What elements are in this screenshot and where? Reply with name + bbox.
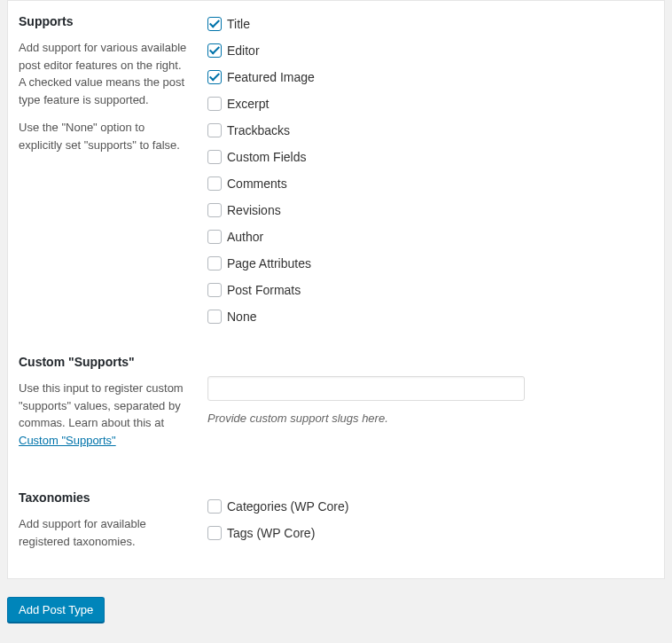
supports-option-label[interactable]: Editor <box>227 43 260 58</box>
supports-desc-1: Add support for various available post e… <box>19 39 190 108</box>
taxonomies-title: Taxonomies <box>19 490 190 505</box>
supports-option-label[interactable]: Trackbacks <box>227 123 290 137</box>
supports-option-checkbox[interactable] <box>207 203 222 217</box>
row-custom-supports: Custom "Supports" Use this input to regi… <box>8 351 664 477</box>
supports-option-row: Comments <box>207 174 655 193</box>
supports-option-checkbox[interactable] <box>207 283 222 297</box>
supports-option-checkbox[interactable] <box>207 176 222 191</box>
taxonomies-description: Add support for available registered tax… <box>19 515 190 550</box>
supports-option-checkbox[interactable] <box>207 256 222 271</box>
taxonomy-option-row: Categories (WP Core) <box>207 497 655 516</box>
row-taxonomies: Taxonomies Add support for available reg… <box>8 477 664 578</box>
taxonomy-option-row: Tags (WP Core) <box>207 523 655 543</box>
row-supports: Supports Add support for various availab… <box>8 1 664 351</box>
supports-option-label[interactable]: Title <box>227 17 250 31</box>
supports-option-label[interactable]: Post Formats <box>227 283 301 297</box>
supports-option-label[interactable]: Author <box>227 230 263 244</box>
supports-option-row: Excerpt <box>207 94 655 114</box>
custom-supports-helper: Provide custom support slugs here. <box>207 412 655 425</box>
supports-option-label[interactable]: Page Attributes <box>227 256 311 271</box>
supports-option-checkbox[interactable] <box>207 123 222 137</box>
supports-option-checkbox[interactable] <box>207 17 222 31</box>
supports-option-row: Page Attributes <box>207 254 655 273</box>
custom-supports-title: Custom "Supports" <box>19 355 190 369</box>
supports-option-label[interactable]: Comments <box>227 176 287 191</box>
supports-option-row: Custom Fields <box>207 147 655 167</box>
supports-option-row: Trackbacks <box>207 121 655 140</box>
supports-desc-2: Use the "None" option to explicitly set … <box>19 119 190 153</box>
taxonomy-option-label[interactable]: Tags (WP Core) <box>227 526 315 540</box>
supports-option-label[interactable]: Featured Image <box>227 70 315 84</box>
custom-supports-desc-text: Use this input to register custom "suppo… <box>19 381 184 429</box>
custom-supports-input[interactable] <box>207 376 525 401</box>
settings-panel: Supports Add support for various availab… <box>7 0 665 579</box>
taxonomies-checkbox-list: Categories (WP Core)Tags (WP Core) <box>207 497 655 543</box>
supports-option-checkbox[interactable] <box>207 230 222 244</box>
supports-option-row: Editor <box>207 41 655 60</box>
supports-option-label[interactable]: None <box>227 310 256 324</box>
supports-option-checkbox[interactable] <box>207 97 222 111</box>
taxonomy-option-label[interactable]: Categories (WP Core) <box>227 499 348 514</box>
supports-title: Supports <box>19 14 190 28</box>
add-post-type-button[interactable]: Add Post Type <box>7 597 105 623</box>
taxonomies-desc-text: Add support for available registered tax… <box>19 515 190 550</box>
supports-option-checkbox[interactable] <box>207 310 222 324</box>
custom-supports-description: Use this input to register custom "suppo… <box>19 380 190 449</box>
supports-description: Add support for various available post e… <box>19 39 190 153</box>
supports-option-label[interactable]: Custom Fields <box>227 150 306 164</box>
supports-option-label[interactable]: Excerpt <box>227 97 269 111</box>
supports-option-row: Revisions <box>207 200 655 220</box>
supports-checkbox-list: TitleEditorFeatured ImageExcerptTrackbac… <box>207 14 655 326</box>
taxonomy-option-checkbox[interactable] <box>207 526 222 540</box>
supports-option-checkbox[interactable] <box>207 43 222 58</box>
supports-option-row: Author <box>207 227 655 247</box>
supports-option-checkbox[interactable] <box>207 150 222 164</box>
supports-option-row: None <box>207 307 655 326</box>
supports-option-row: Featured Image <box>207 67 655 87</box>
custom-supports-link[interactable]: Custom "Supports" <box>19 434 116 447</box>
form-table: Supports Add support for various availab… <box>8 1 664 578</box>
supports-option-row: Post Formats <box>207 280 655 300</box>
supports-option-checkbox[interactable] <box>207 70 222 84</box>
taxonomy-option-checkbox[interactable] <box>207 499 222 514</box>
supports-option-label[interactable]: Revisions <box>227 203 281 217</box>
supports-option-row: Title <box>207 14 655 34</box>
